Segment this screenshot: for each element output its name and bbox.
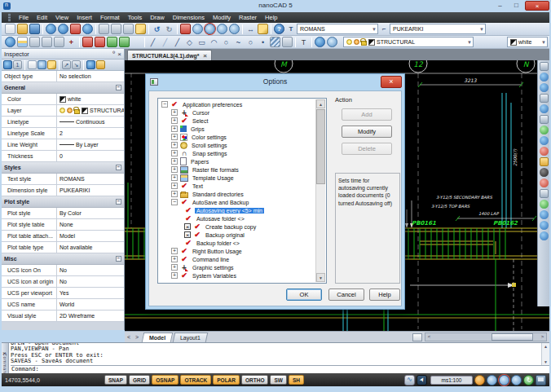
side-tool-icon[interactable] [540,200,549,209]
collapse-icon[interactable] [116,199,121,205]
title-bar[interactable]: nanoCAD 5 [0,0,551,12]
toggle-sh[interactable]: SH [289,375,304,385]
side-tool-icon[interactable] [540,178,549,187]
tree-item[interactable]: Command line [159,255,315,263]
menu-insert[interactable]: Insert [73,14,96,21]
quick-select-icon[interactable]: 1 [13,60,22,69]
tree-item[interactable]: Standard directories [159,190,315,198]
expand-icon[interactable] [171,264,178,271]
erase-icon[interactable] [180,24,191,34]
save-icon[interactable] [29,24,40,34]
menu-edit[interactable]: Edit [33,14,51,21]
property-row[interactable]: Text style ROMANS [2,174,124,185]
zoom-in-icon[interactable] [487,375,497,385]
scale-field[interactable]: ms1:100 [430,376,473,385]
draw-circle-icon[interactable] [221,37,231,47]
side-tool-icon[interactable] [540,115,549,124]
side-tool-icon[interactable] [540,73,549,81]
command-scrollbar[interactable] [541,343,549,366]
drawing-canvas[interactable]: M 12 N 3213 [125,60,549,331]
draw-rectangle-icon[interactable] [196,37,207,47]
paste-icon[interactable] [123,24,134,34]
menu-raster[interactable]: Raster [235,14,261,21]
menu-tools[interactable]: Tools [124,14,147,21]
tab-layout1[interactable]: Layout1 [173,333,208,342]
cancel-button[interactable]: Cancel [328,288,364,301]
redo-icon[interactable] [164,24,174,34]
property-row[interactable]: Plot style table None [2,219,124,231]
tree-item[interactable]: Raster file formats [159,165,315,174]
menu-draw[interactable]: Draw [146,14,169,21]
property-row[interactable]: Visual style 2D Wireframe [2,311,124,322]
copy-icon[interactable] [111,24,121,34]
toggle-polar[interactable]: POLAR [213,375,240,385]
dialog-close-button[interactable] [381,76,402,88]
toggle-snap[interactable]: SNAP [104,375,127,385]
tree-item[interactable]: Backup folder <> [159,239,315,247]
graph-icon[interactable] [404,375,415,385]
tree-item[interactable]: Snap settings [159,149,315,157]
property-row[interactable]: Plot table attach... Model [2,231,124,242]
command-input[interactable]: Command: [11,365,549,373]
scroll-thumb[interactable] [491,333,532,341]
expand-icon[interactable] [171,166,178,173]
hatch-icon[interactable] [270,37,280,47]
import-icon[interactable]: ↘ [72,60,81,69]
property-row[interactable]: UCS per viewport Yes [2,288,124,299]
prev-layout-icon[interactable] [125,334,133,340]
toggle-grid[interactable]: GRID [129,375,150,385]
section-plot-style[interactable]: Plot style [2,196,124,208]
side-tool-icon[interactable] [540,94,549,103]
tree-item[interactable]: AutoSave and Backup [159,198,315,206]
help-button[interactable]: Help [369,288,400,301]
select-icon[interactable] [3,60,12,69]
table-icon[interactable] [131,37,142,47]
expand-icon[interactable] [171,109,178,116]
dialog-titlebar[interactable]: Options [146,74,404,90]
tab-model[interactable]: Model [142,333,174,342]
scroll-down-icon[interactable] [316,273,325,282]
side-tool-icon[interactable] [540,136,549,145]
undo-icon[interactable] [152,24,162,34]
side-tool-icon[interactable] [540,231,549,240]
tree-item[interactable]: Create backup copy [159,222,315,231]
close-button[interactable] [525,1,549,11]
expand-icon[interactable] [171,142,178,148]
publish-icon[interactable] [70,24,81,34]
expand-icon[interactable] [171,199,178,205]
property-row[interactable]: Color white [2,94,124,105]
layers-icon[interactable] [17,37,28,47]
inspector-icon[interactable] [327,37,337,47]
scroll-right-icon[interactable] [539,333,546,341]
side-tool-icon[interactable] [540,168,549,177]
tree-item[interactable]: Scroll settings [159,141,315,149]
pencil-icon[interactable] [258,24,268,34]
property-row[interactable]: Object type No selection [2,71,124,82]
settings-icon[interactable] [86,60,95,69]
expand-icon[interactable] [171,248,178,254]
open-file-icon[interactable] [17,24,28,34]
checkbox-checked-icon[interactable] [184,223,191,230]
export-icon[interactable]: ↗ [62,60,71,69]
section-misc[interactable]: Misc [2,253,124,265]
tree-item[interactable]: Template Usage [159,174,315,182]
side-tool-icon[interactable] [540,147,549,156]
side-tool-icon[interactable] [540,189,549,198]
mirror-icon[interactable] [95,37,105,47]
color-combo[interactable]: white ▼ [507,37,548,47]
refresh-icon[interactable] [37,60,46,69]
side-tool-icon[interactable] [540,83,549,92]
draw-polyline-icon[interactable] [160,37,170,47]
layout-list-icon[interactable] [412,333,422,341]
block-icon[interactable] [107,37,117,47]
close-document-icon[interactable] [203,52,207,59]
layer-combo[interactable]: STRUCTURAL ▼ [343,37,474,47]
regen-icon[interactable] [523,375,534,385]
cut-icon[interactable] [99,24,109,34]
side-tool-icon[interactable] [540,210,549,219]
property-row[interactable]: Thickness 0 [2,151,124,162]
property-row[interactable]: UCS icon On No [2,265,124,276]
property-row[interactable]: Plot table type Not available [2,242,124,253]
tree-item-selected[interactable]: Autosaving every <5> min [159,206,315,214]
xref-icon[interactable] [29,37,40,47]
